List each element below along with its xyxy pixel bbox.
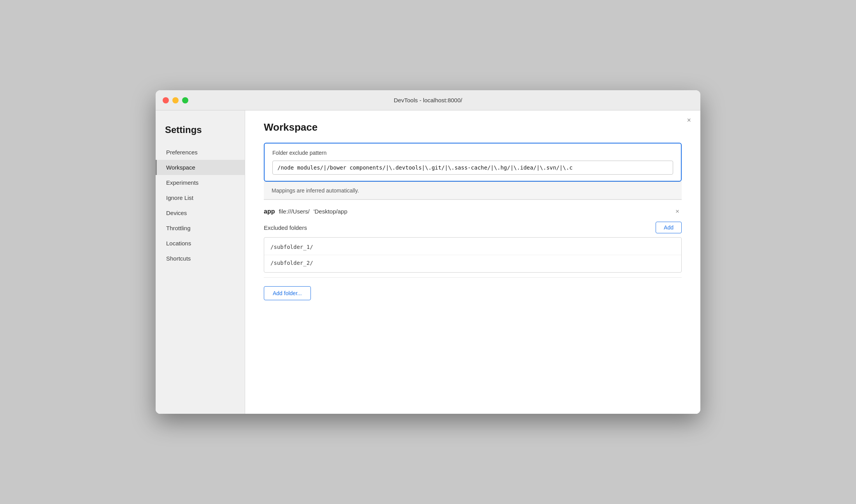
excluded-folders-row: Excluded folders Add [264, 222, 682, 233]
devtools-window: DevTools - localhost:8000/ Settings Pref… [156, 90, 700, 414]
excluded-folders-list: /subfolder_1/ /subfolder_2/ [264, 237, 682, 273]
sidebar-item-experiments[interactable]: Experiments [156, 175, 245, 190]
close-button[interactable]: × [687, 117, 691, 124]
sidebar-item-throttling[interactable]: Throttling [156, 220, 245, 236]
folder-path2: 'Desktop/app [314, 208, 347, 215]
titlebar-title: DevTools - localhost:8000/ [394, 97, 462, 103]
folder-exclude-box: Folder exclude pattern [264, 143, 682, 182]
titlebar: DevTools - localhost:8000/ [156, 90, 700, 110]
folder-exclude-input[interactable] [272, 161, 673, 175]
traffic-lights [163, 97, 188, 103]
sidebar-item-ignore-list[interactable]: Ignore List [156, 190, 245, 205]
add-folder-button[interactable]: Add folder... [264, 286, 311, 300]
info-bar: Mappings are inferred automatically. [264, 182, 682, 200]
folder-entry-header: app file:///Users/ 'Desktop/app × [264, 207, 682, 216]
maximize-traffic-light[interactable] [182, 97, 188, 103]
sidebar-item-preferences[interactable]: Preferences [156, 145, 245, 160]
sidebar-item-shortcuts[interactable]: Shortcuts [156, 251, 245, 266]
close-traffic-light[interactable] [163, 97, 169, 103]
add-excluded-folder-button[interactable]: Add [656, 222, 682, 233]
page-title: Workspace [264, 121, 682, 133]
folder-name: app [264, 208, 275, 215]
info-text: Mappings are inferred automatically. [272, 187, 359, 194]
sidebar-item-locations[interactable]: Locations [156, 236, 245, 251]
folder-exclude-label: Folder exclude pattern [272, 150, 673, 156]
sidebar: Settings Preferences Workspace Experimen… [156, 110, 245, 414]
excluded-folders-label: Excluded folders [264, 224, 307, 231]
folder-remove-button[interactable]: × [673, 207, 682, 216]
sidebar-item-devices[interactable]: Devices [156, 205, 245, 220]
main-panel: × Workspace Folder exclude pattern Mappi… [245, 110, 700, 414]
folder-entry: app file:///Users/ 'Desktop/app × Exclud… [264, 200, 682, 278]
folder-entry-path: app file:///Users/ 'Desktop/app [264, 208, 347, 215]
sidebar-item-workspace[interactable]: Workspace [156, 160, 245, 175]
content-area: Settings Preferences Workspace Experimen… [156, 110, 700, 414]
excluded-item-1: /subfolder_2/ [264, 255, 681, 271]
sidebar-heading: Settings [156, 118, 245, 145]
minimize-traffic-light[interactable] [172, 97, 179, 103]
excluded-item-0: /subfolder_1/ [264, 239, 681, 255]
folder-path: file:///Users/ [279, 208, 309, 215]
